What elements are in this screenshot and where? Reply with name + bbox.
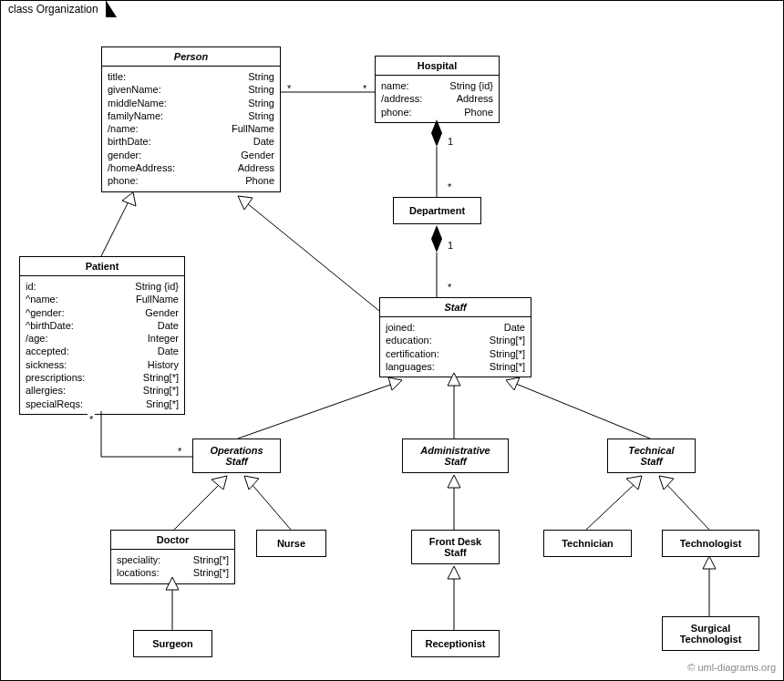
class-staff-name: Staff [380,298,531,317]
class-patient: Patient id:String {id} ^name:FullName ^g… [19,256,185,415]
class-doctor: Doctor speciality:String[*] locations:St… [110,530,235,584]
class-nurse: Nurse [256,530,326,557]
class-ops-name: Operations Staff [193,439,280,472]
mult-hospital-dept: 1 [446,136,455,147]
class-person: Person title:String givenName:String mid… [101,46,281,192]
svg-marker-16 [211,476,227,490]
class-doctor-name: Doctor [111,531,234,550]
svg-marker-14 [506,377,520,390]
svg-marker-20 [448,475,460,488]
class-department: Department [393,197,481,224]
mult-patient-ops-l: * [88,414,95,425]
svg-marker-2 [431,119,442,147]
svg-line-5 [101,201,129,256]
watermark: © uml-diagrams.org [687,662,776,673]
mult-dept-hospital: * [446,181,453,192]
svg-marker-6 [122,192,136,206]
package-name: class Organization [8,3,98,15]
class-tech-staff: Technical Staff [607,439,696,473]
mult-patient-ops-r: * [176,446,183,457]
class-staff-attrs: joined:Date education:String[*] certific… [380,317,531,377]
class-surg-tech-name: Surgical Technologist [663,617,758,650]
mult-dept-staff: 1 [446,240,455,251]
class-patient-name: Patient [20,257,184,276]
class-frontdesk-name: Front Desk Staff [412,531,499,563]
svg-line-7 [247,203,379,311]
class-technician: Technician [543,530,632,557]
diagram-container: class Organization Person title:String g… [0,0,784,681]
svg-marker-24 [659,476,674,490]
class-receptionist-name: Receptionist [412,631,499,656]
class-doctor-attrs: speciality:String[*] locations:String[*] [111,550,234,583]
class-hospital-attrs: name:String {id} /address:Address phone:… [376,76,499,122]
svg-line-13 [516,384,650,439]
class-department-name: Department [394,198,480,223]
svg-marker-10 [388,377,402,390]
svg-line-9 [238,384,393,439]
class-hospital: Hospital name:String {id} /address:Addre… [375,56,500,123]
mult-person-hospital-r: * [361,83,368,94]
svg-line-23 [666,484,709,530]
svg-line-15 [174,484,220,530]
class-patient-attrs: id:String {id} ^name:FullName ^gender:Ge… [20,276,184,414]
class-admin-staff: Administrative Staff [402,439,509,473]
class-staff: Staff joined:Date education:String[*] ce… [379,297,531,377]
class-person-attrs: title:String givenName:String middleName… [102,67,280,191]
svg-line-21 [586,484,634,530]
svg-marker-22 [626,476,642,490]
mult-person-hospital-l: * [285,83,293,94]
class-operations-staff: Operations Staff [192,439,281,473]
mult-staff-dept: * [446,282,453,293]
class-tech-name: Technical Staff [608,439,695,472]
class-surgeon: Surgeon [133,630,212,657]
class-technologist: Technologist [662,530,759,557]
class-surgeon-name: Surgeon [134,631,211,656]
class-person-name: Person [102,47,280,67]
class-technician-name: Technician [544,531,631,556]
class-surg-tech: Surgical Technologist [662,616,759,651]
class-hospital-name: Hospital [376,57,499,76]
class-admin-name: Administrative Staff [403,439,508,472]
package-tab: class Organization [0,0,107,17]
svg-marker-28 [448,566,460,579]
class-frontdesk: Front Desk Staff [411,530,500,564]
class-nurse-name: Nurse [257,531,325,556]
svg-marker-30 [703,556,716,569]
svg-marker-8 [238,196,253,210]
class-technologist-name: Technologist [663,531,758,556]
class-receptionist: Receptionist [411,630,500,657]
svg-line-17 [252,484,291,530]
svg-marker-18 [244,476,259,490]
svg-marker-4 [431,225,442,253]
